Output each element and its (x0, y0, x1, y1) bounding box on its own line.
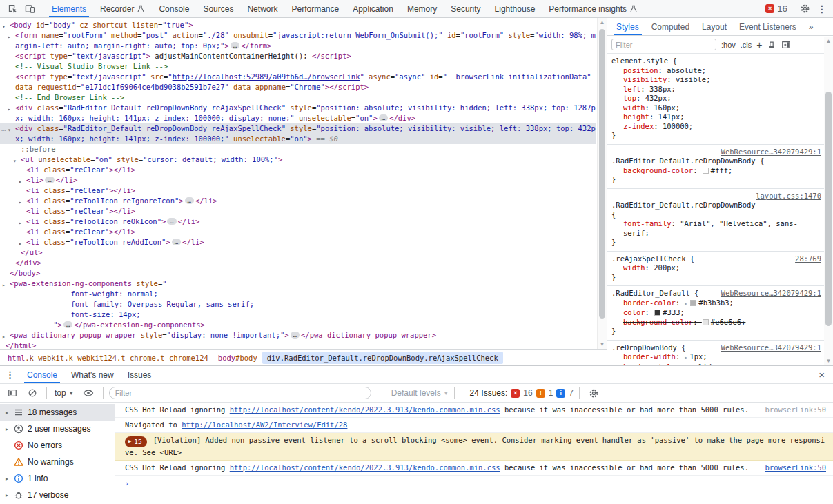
console-filter-no-errors[interactable]: No errors (0, 437, 115, 454)
dom-line[interactable]: ▸<li class="reToolIcon reAddIcon">…</li> (0, 237, 596, 248)
log-levels-dropdown[interactable]: Default levels ▼ (391, 388, 449, 398)
css-property[interactable]: border-width: ▸1px; (611, 352, 821, 363)
dom-line-menu-icon[interactable]: … (1, 123, 5, 134)
styles-tab-layout[interactable]: Layout (696, 18, 733, 35)
live-expression-eye-icon[interactable] (79, 386, 97, 400)
more-options-icon[interactable]: ⋮ (814, 2, 830, 16)
css-property[interactable]: z-index: 100000; (611, 122, 821, 132)
css-selector[interactable]: .reDropDownBody { (611, 343, 685, 352)
css-property[interactable]: font-family: "Arial", "Helvetica", sans-… (611, 219, 821, 238)
inline-ellipsis-button[interactable]: … (172, 239, 181, 245)
console-sidebar-toggle-icon[interactable] (4, 387, 21, 399)
inline-ellipsis-button[interactable]: … (379, 114, 388, 121)
inline-ellipsis-button[interactable]: … (63, 321, 72, 328)
paint-brush-icon[interactable] (767, 40, 776, 50)
drawer-tab-what-s-new[interactable]: What's new (64, 366, 121, 383)
css-property[interactable]: position: absolute; (611, 66, 821, 76)
console-filter-2-user-messages[interactable]: ▸2 user messages (0, 421, 115, 437)
tab-performance[interactable]: Performance (284, 0, 346, 17)
console-prompt[interactable]: › (115, 476, 833, 491)
dom-line[interactable]: ▾<ul unselectable="on" style="cursor: de… (0, 154, 596, 165)
css-property[interactable]: width: 200px; (611, 263, 821, 273)
color-swatch[interactable] (703, 319, 709, 325)
close-drawer-icon[interactable]: × (810, 366, 833, 383)
execution-context-selector[interactable]: top ▼ (52, 388, 76, 398)
breadcrumb-item-html[interactable]: html.k-webkit.k-webkit124.t-chrome.t-chr… (3, 352, 213, 364)
sidebar-panel-icon[interactable] (781, 40, 791, 50)
expand-arrow-icon[interactable]: ▸ (4, 410, 10, 416)
violation-count-badge[interactable]: ▶15 (125, 436, 147, 447)
inspect-element-icon[interactable] (4, 2, 21, 15)
css-property[interactable]: background-color: #e6e6e6; (611, 318, 821, 327)
inline-ellipsis-button[interactable]: … (167, 218, 176, 225)
dom-line[interactable]: </html> (0, 341, 596, 349)
rule-source-link[interactable]: WebResource…342079429:1 (721, 343, 821, 353)
dom-line[interactable]: <script type="text/javascript" src="http… (0, 72, 596, 92)
inline-ellipsis-button[interactable]: … (185, 197, 194, 204)
drawer-tab-issues[interactable]: Issues (121, 366, 159, 383)
settings-gear-icon[interactable] (796, 2, 814, 15)
dom-line[interactable]: </body> (0, 268, 596, 279)
expand-arrow-icon[interactable]: ▸ (8, 104, 11, 114)
error-count-indicator[interactable]: × 16 (761, 3, 792, 14)
css-property[interactable]: top: 432px; (611, 94, 821, 103)
css-property[interactable]: left: 338px; (611, 85, 821, 94)
scrollbar-thumb[interactable] (825, 92, 832, 326)
tab-security[interactable]: Security (444, 0, 487, 17)
color-swatch[interactable] (690, 300, 696, 306)
scroll-down-icon[interactable]: ▼ (824, 358, 833, 364)
issues-counter[interactable]: 24 Issues: ×16!1i7 (470, 388, 574, 398)
console-filter-18-messages[interactable]: ▸18 messages (0, 404, 115, 421)
console-filter-1-info[interactable]: ▸1 info (0, 470, 115, 487)
scroll-down-icon[interactable]: ▼ (598, 341, 607, 347)
styles-tab-event-listeners[interactable]: Event Listeners (733, 18, 803, 35)
styles-scrollbar[interactable]: ▲ ▼ (824, 37, 833, 365)
inline-ellipsis-button[interactable]: … (291, 332, 300, 339)
scroll-up-icon[interactable]: ▲ (598, 19, 607, 26)
expand-arrow-icon[interactable]: ▸ (2, 280, 6, 290)
tab-recorder[interactable]: Recorder (93, 0, 152, 17)
color-swatch[interactable] (654, 310, 660, 316)
rule-source-link[interactable]: layout.css:1470 (756, 192, 821, 201)
dom-line[interactable]: ▸<li>…</li> (0, 175, 596, 185)
tab-memory[interactable]: Memory (400, 0, 444, 17)
tab-elements[interactable]: Elements (45, 0, 93, 17)
message-url-link[interactable]: http://localhost/content/kendo/2022.3.91… (230, 405, 500, 414)
dom-line[interactable]: <li class="reClear"></li> (0, 206, 596, 216)
dom-line[interactable]: <!-- End Browser Link --> (0, 92, 596, 103)
dom-line[interactable]: <script type="text/javascript"> adjustMa… (0, 51, 596, 61)
expand-shorthand-icon[interactable]: ▸ (685, 365, 688, 366)
dom-line[interactable]: ▸<pwa-extension-ng-components style=" fo… (0, 279, 596, 330)
clear-console-icon[interactable] (24, 387, 41, 399)
message-url-link[interactable]: http://localhost/AW2/Interview/Edit/28 (182, 421, 347, 429)
dom-line[interactable]: </div> (0, 258, 596, 268)
dom-line[interactable]: ▸<pwa-dictionary-popup-wrapper style="di… (0, 330, 596, 341)
expand-arrow-icon[interactable]: ▸ (4, 476, 10, 482)
console-filter-17-verbose[interactable]: ▸17 verbose (0, 487, 115, 503)
tab-lighthouse[interactable]: Lighthouse (488, 0, 542, 17)
drawer-menu-icon[interactable]: ⋮ (0, 366, 20, 383)
css-selector[interactable]: .RadEditor_Default.reDropDownBody { (611, 157, 764, 165)
toggle-class-button[interactable]: .cls (741, 41, 752, 49)
styles-tab-[interactable]: » (803, 18, 820, 35)
dom-line[interactable]: ▸<li class="reToolIcon reOkIcon">…</li> (0, 216, 596, 227)
css-property[interactable]: border-color: ▸#b3b3b3; (611, 299, 821, 309)
breadcrumb-item-body[interactable]: body#body (213, 352, 262, 364)
css-selector[interactable]: .reAjaxSpellCheck { (611, 254, 694, 263)
collapse-arrow-icon[interactable]: ▾ (8, 125, 11, 135)
dom-line[interactable]: <li class="reClear"></li> (0, 165, 596, 175)
expand-arrow-icon[interactable]: ▸ (8, 32, 11, 42)
styles-tab-computed[interactable]: Computed (645, 18, 696, 35)
dom-line[interactable]: ▸<div class="RadEditor_Default reDropDow… (0, 103, 596, 123)
tab-network[interactable]: Network (240, 0, 284, 17)
message-url-link[interactable]: http://localhost/content/kendo/2022.3.91… (230, 463, 500, 472)
dom-line[interactable]: <!-- Visual Studio Browser Link --> (0, 61, 596, 72)
css-property[interactable]: background-color: #fff; (611, 166, 821, 176)
scroll-up-icon[interactable]: ▲ (824, 38, 833, 44)
dom-line[interactable]: <li class="reClear"></li> (0, 185, 596, 196)
console-filter-input[interactable] (109, 387, 371, 399)
css-property[interactable]: border-style: ▸solid; (611, 363, 821, 366)
dom-line[interactable]: ▾<body id="body" cz-shortcut-listen="tru… (0, 20, 596, 30)
rule-source-link[interactable]: 28:769 (795, 254, 821, 264)
tab-console[interactable]: Console (152, 0, 196, 17)
